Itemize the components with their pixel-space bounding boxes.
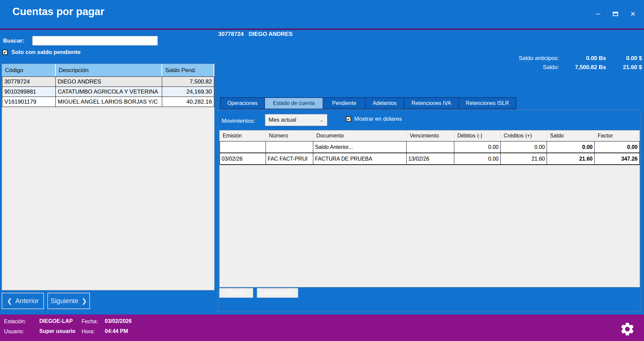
selected-supplier-heading: 30778724 DIEGO ANDRES (218, 31, 292, 38)
supplier-row[interactable]: V161901179 MIGUEL ANGEL LARIOS BORJAS Y/… (2, 97, 214, 107)
column-header-factor[interactable]: Factor (595, 130, 640, 141)
pending-filter-label: Solo con saldo pendiente (11, 49, 81, 56)
statement-saldo: 0.00 (547, 141, 595, 153)
supplier-row[interactable]: 9010289881 CATATUMBO AGRICOLA Y VETERINA… (2, 87, 214, 97)
tab-bar: Operaciones Estado de cuenta Pendiente A… (220, 97, 516, 109)
user-label: Usuario: (4, 329, 24, 335)
chevron-down-icon: ⌄ (320, 117, 324, 123)
show-dollars-filter[interactable]: ✔ Mostrar en dolares (346, 116, 402, 122)
maximize-icon (613, 12, 618, 16)
statement-vencimiento: 13/02/26 (407, 153, 454, 164)
statement-debitos: 0.00 (454, 153, 501, 164)
suppliers-table: Código Descripción Saldo Pend. 30778724 … (2, 64, 215, 290)
movements-label: Movimientos: (222, 118, 255, 124)
supplier-descripcion: CATATUMBO AGRICOLA Y VETERINA (56, 87, 162, 97)
statement-documento: Saldo Anterior... (313, 141, 407, 153)
selected-supplier-code: 30778724 (218, 31, 244, 38)
supplier-descripcion: MIGUEL ANGEL LARIOS BORJAS Y/C (56, 97, 162, 107)
next-label: Siguiente (50, 297, 78, 305)
date-value: 03/02/2026 (105, 318, 132, 324)
pending-filter[interactable]: ✔ Solo con saldo pendiente (2, 49, 81, 56)
balance-anticipos-row: Saldo anticipos: 0.00 Bs 0.00 $ (0, 55, 644, 62)
balance-anticipos-bs: 0.00 Bs (586, 55, 606, 62)
statement-emision: 03/02/26 (220, 153, 266, 164)
previous-button[interactable]: ❮ Anterior (2, 293, 44, 309)
balance-saldo-bs: 7,500.82 Bs (575, 64, 606, 71)
statement-documento: FACTURA DE PRUEBA (313, 153, 407, 164)
statement-creditos: 0.00 (501, 141, 547, 153)
settings-button[interactable] (618, 320, 636, 338)
tab-retenciones-islr[interactable]: Retenciones ISLR (458, 97, 516, 109)
previous-label: Anterior (15, 297, 39, 305)
statement-row[interactable]: 03/02/26 FAC FACT-PRUI FACTURA DE PRUEBA… (220, 153, 640, 165)
balance-saldo-usd: 21.60 $ (623, 64, 642, 71)
minimize-icon: ─ (596, 11, 600, 17)
column-header-creditos[interactable]: Créditos (+) (501, 130, 547, 141)
movements-selected-option: Mes actual (269, 117, 296, 123)
gear-icon (619, 321, 635, 337)
supplier-row[interactable]: 30778724 DIEGO ANDRES 7,500.82 (2, 77, 214, 87)
balance-saldo-row: Saldo: 7,500.82 Bs 21.60 $ (0, 64, 644, 71)
statement-saldo: 21.60 (547, 153, 595, 164)
edit-button[interactable]: Editar (219, 288, 253, 298)
statement-creditos: 21.60 (501, 153, 547, 164)
chevron-right-icon: ❯ (82, 297, 87, 305)
search-input[interactable] (32, 36, 158, 46)
supplier-codigo: 9010289881 (2, 87, 56, 97)
tab-operaciones[interactable]: Operaciones (220, 97, 265, 109)
supplier-codigo: V161901179 (2, 97, 56, 107)
tab-estado-de-cuenta[interactable]: Estado de cuenta (264, 97, 323, 109)
show-dollars-checkbox[interactable]: ✔ (346, 116, 351, 122)
check-icon: ✔ (347, 117, 351, 121)
tab-retenciones-iva[interactable]: Retenciones IVA (404, 97, 459, 109)
column-header-emision[interactable]: Emisión (220, 130, 266, 141)
statement-debitos: 0.00 (454, 141, 501, 153)
reprint-button[interactable]: Reimprimir (257, 288, 298, 298)
statement-row[interactable]: Saldo Anterior... 0.00 0.00 0.00 0.00 (220, 141, 640, 153)
search-label: Buscar: (3, 38, 24, 44)
statement-table-body: Saldo Anterior... 0.00 0.00 0.00 0.00 03… (220, 141, 640, 165)
balance-anticipos-label: Saldo anticipos: (519, 55, 559, 62)
supplier-descripcion: DIEGO ANDRES (56, 77, 162, 87)
supplier-saldo: 7,500.82 (162, 77, 214, 87)
titlebar: Cuentas por pagar ─ ✕ (0, 0, 644, 29)
statement-factor: 347.26 (595, 153, 640, 164)
next-button[interactable]: Siguiente ❯ (47, 293, 90, 309)
station-label: Estación: (4, 319, 26, 325)
window-title: Cuentas por pagar (12, 6, 104, 18)
titlebar-divider (0, 29, 644, 30)
time-label: Hora: (82, 329, 95, 335)
balance-anticipos-usd: 0.00 $ (626, 55, 642, 62)
status-bar: Estación: DIEGOE-LAP Fecha: 03/02/2026 U… (0, 315, 644, 341)
station-value: DIEGOE-LAP (39, 318, 73, 324)
check-icon: ✔ (3, 50, 7, 55)
chevron-left-icon: ❮ (7, 297, 12, 305)
minimize-button[interactable]: ─ (592, 7, 604, 20)
supplier-saldo: 40,282.16 (162, 97, 214, 107)
statement-table: Emisión Número Documento Vencimiento Déb… (219, 130, 640, 287)
statement-table-header: Emisión Número Documento Vencimiento Déb… (220, 130, 640, 141)
tab-adelantos[interactable]: Adelantos (365, 97, 404, 109)
app-window: Cuentas por pagar ─ ✕ Buscar: ✔ Solo con… (0, 0, 644, 341)
column-header-saldo[interactable]: Saldo (547, 130, 595, 141)
close-button[interactable]: ✕ (627, 7, 639, 20)
statement-numero (266, 141, 313, 153)
column-header-debitos[interactable]: Débitos (-) (454, 130, 501, 141)
selected-supplier-name: DIEGO ANDRES (249, 31, 293, 38)
column-header-documento[interactable]: Documento (313, 130, 407, 141)
statement-numero: FAC FACT-PRUI (266, 153, 313, 164)
date-label: Fecha: (82, 319, 98, 325)
statement-emision (220, 141, 266, 153)
suppliers-table-body: 30778724 DIEGO ANDRES 7,500.82 901028988… (2, 76, 214, 107)
window-controls: ─ ✕ (592, 7, 639, 20)
close-icon: ✕ (630, 11, 636, 17)
statement-factor: 0.00 (595, 141, 640, 153)
show-dollars-label: Mostrar en dolares (354, 116, 402, 122)
tab-pendiente[interactable]: Pendiente (323, 97, 366, 109)
movements-dropdown[interactable]: Mes actual ⌄ (265, 114, 327, 126)
column-header-vencimiento[interactable]: Vencimiento (407, 130, 454, 141)
maximize-button[interactable] (609, 7, 622, 20)
supplier-codigo: 30778724 (2, 77, 56, 87)
pending-filter-checkbox[interactable]: ✔ (2, 50, 8, 55)
column-header-numero[interactable]: Número (266, 130, 313, 141)
